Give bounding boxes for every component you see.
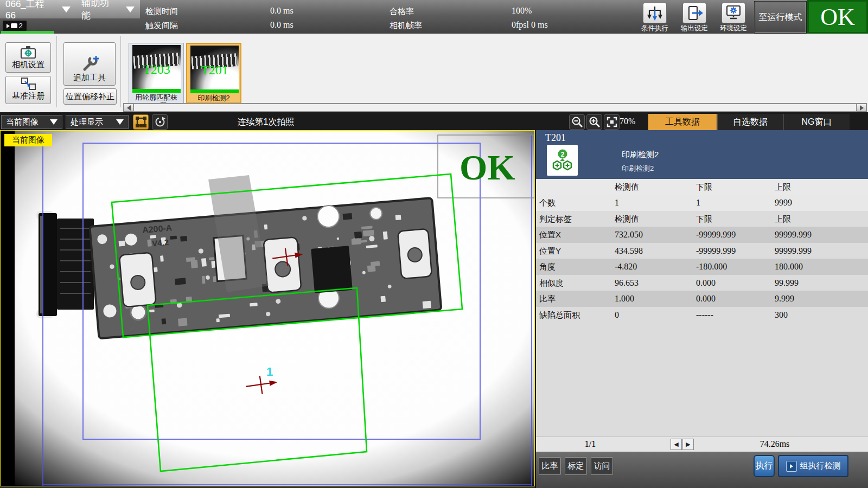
row-label: 缺陷总面积 xyxy=(539,310,580,320)
page-indicator: 1/1 xyxy=(574,439,607,449)
camera-setup-button[interactable]: 相机设置 xyxy=(5,42,51,73)
row-value: 检测值 xyxy=(615,214,639,224)
scroll-left-button[interactable] xyxy=(124,104,133,112)
ratio-button[interactable]: 比率 xyxy=(539,457,561,475)
stat-label: 合格率 xyxy=(390,7,414,17)
camera-image-viewport[interactable]: 当前图像 xyxy=(0,130,535,486)
row-value: 0 xyxy=(615,310,619,320)
thumbnail-scrollbar[interactable] xyxy=(123,103,867,112)
reference-register-button[interactable]: 基准注册 xyxy=(5,76,51,104)
stat-value: 0fpsl 0 ms xyxy=(512,20,548,30)
image-source-label: 当前图像 xyxy=(4,134,52,146)
environment-setting-icon xyxy=(724,5,743,21)
image-select-dropdown[interactable]: 当前图像 xyxy=(1,115,62,129)
fit-screen-button[interactable] xyxy=(604,114,620,130)
row-value: -99999.999 xyxy=(696,246,736,256)
tab-custom-data[interactable]: 自选数据 xyxy=(717,114,783,130)
region-edit-button[interactable] xyxy=(133,114,149,130)
row-value: 1 xyxy=(615,198,619,208)
processing-time: 74.26ms xyxy=(748,439,802,449)
row-value: 96.653 xyxy=(615,278,639,288)
tool-data-panel: T201 2 印刷检测2 印刷检测2 检测值 下限 上限 个数119999判定标… xyxy=(535,130,868,488)
scrollbar-thumb[interactable] xyxy=(133,104,857,112)
tool-subname: 印刷检测2 xyxy=(622,164,654,174)
magnifier-minus-icon xyxy=(571,115,584,129)
row-value: 434.598 xyxy=(615,246,643,256)
result-pager: 1/1 ◀ ▶ 74.26ms xyxy=(536,436,868,452)
calibrate-button[interactable]: 标定 xyxy=(565,457,587,475)
condition-execute-button[interactable]: 条件执行 xyxy=(638,3,672,33)
capture-status-text: 连续第1次拍照 xyxy=(201,117,331,128)
rotate-circle-icon xyxy=(154,116,166,128)
table-row: 缺陷总面积0------300 xyxy=(536,307,868,323)
row-value: -99999.999 xyxy=(696,230,736,240)
zoom-out-button[interactable] xyxy=(569,114,585,130)
region-corners-icon xyxy=(135,115,148,129)
video-camera-icon xyxy=(11,23,17,28)
chevron-down-icon xyxy=(116,119,124,125)
row-value: -4.820 xyxy=(615,262,637,272)
table-row: 个数119999 xyxy=(536,195,868,211)
add-tool-button[interactable]: 追加工具 xyxy=(63,42,116,86)
stat-value: 100% xyxy=(512,6,532,16)
svg-text:2: 2 xyxy=(560,150,564,158)
position-offset-button[interactable]: 位置偏移补正 xyxy=(63,88,117,105)
chevron-down-icon xyxy=(126,7,135,12)
measurement-table: 个数119999判定标签检测值下限上限位置X732.050-99999.9999… xyxy=(536,195,868,323)
stat-value: 0.0 ms xyxy=(270,20,293,30)
stat-label: 相机帧率 xyxy=(390,21,422,31)
marker-index-label: 1 xyxy=(266,365,273,378)
run-mode-button[interactable]: 至运行模式 xyxy=(755,2,806,33)
environment-setting-button[interactable]: 环境设定 xyxy=(717,3,750,33)
row-value: 0.000 xyxy=(696,294,716,304)
judge-overlay-text: OK xyxy=(459,147,515,187)
video-camera-icon xyxy=(7,24,10,28)
tool-name: 印刷检测2 xyxy=(622,150,659,160)
chevron-down-icon xyxy=(50,119,58,125)
scroll-right-button[interactable] xyxy=(857,104,866,112)
group-execute-button[interactable]: 组执行检测 xyxy=(778,455,848,477)
menu-strip: 066_工程66 辅助功能 xyxy=(0,0,140,18)
live-refresh-button[interactable] xyxy=(152,114,168,130)
camera-number: 2 xyxy=(18,22,22,30)
next-page-button[interactable]: ▶ xyxy=(682,439,694,450)
table-row: 位置Y434.598-99999.99999999.999 xyxy=(536,243,868,259)
tool-thumbnail-t203[interactable]: T203 用轮廓匹配获 取位置 xyxy=(129,43,184,104)
table-row: 判定标签检测值下限上限 xyxy=(536,211,868,227)
tab-tool-data[interactable]: 工具数据 xyxy=(648,114,717,130)
tool-thumbnail-t201[interactable]: T201 印刷检测2 xyxy=(186,43,241,104)
display-select-dropdown[interactable]: 处理显示 xyxy=(66,115,129,129)
table-column-header: 检测值 下限 上限 xyxy=(536,179,868,195)
row-value: 1 xyxy=(696,198,700,208)
row-value: 99999.999 xyxy=(775,230,812,240)
play-icon xyxy=(786,461,797,472)
row-value: 0.000 xyxy=(696,278,716,288)
prev-page-button[interactable]: ◀ xyxy=(671,439,682,450)
tool-icon-box[interactable]: 2 xyxy=(547,145,578,176)
camera-gear-icon xyxy=(20,44,37,60)
stat-value: 0.0 ms xyxy=(270,6,293,16)
access-button[interactable]: 访问 xyxy=(591,457,613,475)
tab-ng-window[interactable]: NG窗口 xyxy=(783,114,850,130)
stat-label: 触发间隔 xyxy=(145,21,178,31)
table-row: 相似度96.6530.00099.999 xyxy=(536,275,868,291)
inspection-scene: A200-A V4.2 1 OK xyxy=(1,131,534,486)
table-row: 位置X732.050-99999.99999999.999 xyxy=(536,227,868,243)
tool-header: T201 2 印刷检测2 印刷检测2 xyxy=(536,130,868,179)
zoom-in-button[interactable] xyxy=(586,114,602,130)
thumbnail-image: T201 xyxy=(190,46,239,93)
project-menu[interactable]: 066_工程66 xyxy=(0,0,76,21)
row-label: 位置Y xyxy=(539,246,561,256)
row-value: 上限 xyxy=(775,214,791,224)
execute-button[interactable]: 执行 xyxy=(754,455,775,477)
project-menu-label: 066_工程66 xyxy=(5,0,54,21)
wrench-plus-icon xyxy=(79,53,100,73)
divider xyxy=(120,36,121,107)
row-label: 相似度 xyxy=(539,278,564,288)
aux-menu-label: 辅助功能 xyxy=(81,0,118,22)
magnifier-plus-icon xyxy=(588,115,601,129)
aux-function-menu[interactable]: 辅助功能 xyxy=(76,0,140,22)
output-setting-button[interactable]: 输出设定 xyxy=(678,3,711,33)
thumbnail-status-bar xyxy=(190,89,239,93)
row-value: 下限 xyxy=(696,214,712,224)
